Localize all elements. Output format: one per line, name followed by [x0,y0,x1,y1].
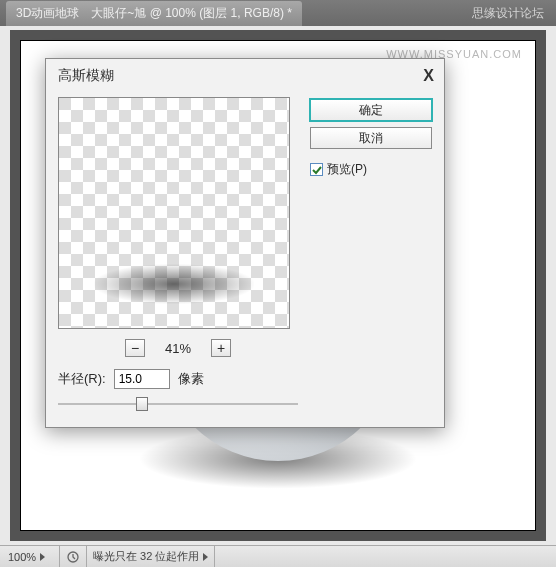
dialog-title: 高斯模糊 [58,67,114,85]
check-icon [312,165,322,175]
preview-checkbox[interactable] [310,163,323,176]
slider-thumb[interactable] [136,397,148,411]
radius-slider[interactable] [58,393,298,415]
status-icon[interactable] [64,548,82,566]
gaussian-blur-dialog: 高斯模糊 X − 41% + 半径(R): 像素 确定 取消 [45,58,445,428]
brand-text: 思缘设计论坛 [466,5,550,22]
slider-track [58,403,298,405]
preview-shadow [94,264,254,304]
zoom-in-button[interactable]: + [211,339,231,357]
document-tab-bar: 3D动画地球 大眼仔~旭 @ 100% (图层 1, RGB/8) * 思缘设计… [0,0,556,26]
radius-label: 半径(R): [58,370,106,388]
preview-area[interactable] [58,97,290,329]
chevron-right-icon[interactable] [203,553,208,561]
close-icon[interactable]: X [423,67,434,85]
radius-unit: 像素 [178,370,204,388]
preview-checkbox-label: 预览(P) [327,161,367,178]
radius-input[interactable] [114,369,170,389]
ok-button[interactable]: 确定 [310,99,432,121]
document-tab[interactable]: 3D动画地球 大眼仔~旭 @ 100% (图层 1, RGB/8) * [6,1,302,26]
status-message: 曝光只在 32 位起作用 [86,546,215,567]
zoom-level: 41% [165,341,191,356]
chevron-right-icon[interactable] [40,553,45,561]
preview-checkbox-row[interactable]: 预览(P) [310,161,432,178]
zoom-out-button[interactable]: − [125,339,145,357]
cancel-button[interactable]: 取消 [310,127,432,149]
zoom-field[interactable]: 100% [0,546,60,567]
status-bar: 100% 曝光只在 32 位起作用 [0,545,556,567]
